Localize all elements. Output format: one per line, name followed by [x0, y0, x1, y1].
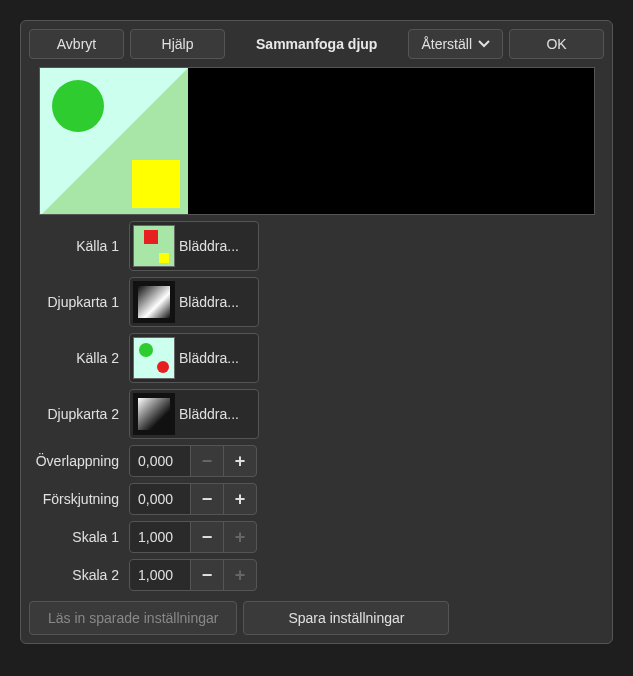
dialog: Avbryt Hjälp Sammanfoga djup Återställ O… [20, 20, 613, 644]
label-overlap: Överlappning [29, 453, 123, 469]
minus-icon: − [202, 451, 213, 472]
preview-area [39, 67, 595, 215]
offset-input[interactable] [129, 483, 191, 515]
scale2-plus-button[interactable]: + [223, 559, 257, 591]
row-scale2: Skala 2 − + [29, 559, 604, 591]
row-depth1: Djupkarta 1 Bläddra... [29, 277, 604, 327]
row-source2: Källa 2 Bläddra... [29, 333, 604, 383]
offset-plus-button[interactable]: + [223, 483, 257, 515]
row-depth2: Djupkarta 2 Bläddra... [29, 389, 604, 439]
load-settings-button[interactable]: Läs in sparade inställningar [29, 601, 237, 635]
depth1-browse-label: Bläddra... [179, 294, 239, 310]
row-source1: Källa 1 Bläddra... [29, 221, 604, 271]
plus-icon: + [235, 527, 246, 548]
cancel-button[interactable]: Avbryt [29, 29, 124, 59]
source1-browse[interactable]: Bläddra... [129, 221, 259, 271]
depth2-browse[interactable]: Bläddra... [129, 389, 259, 439]
help-button[interactable]: Hjälp [130, 29, 225, 59]
source2-browse[interactable]: Bläddra... [129, 333, 259, 383]
overlap-stepper: − + [129, 445, 257, 477]
plus-icon: + [235, 451, 246, 472]
label-depth1: Djupkarta 1 [29, 294, 123, 310]
depth2-browse-label: Bläddra... [179, 406, 239, 422]
preview-image [40, 68, 188, 215]
scale1-input[interactable] [129, 521, 191, 553]
source1-thumbnail [133, 225, 175, 267]
parameter-rows: Källa 1 Bläddra... Djupkarta 1 Bläddra..… [29, 221, 604, 635]
bottom-buttons: Läs in sparade inställningar Spara instä… [29, 601, 604, 635]
toolbar: Avbryt Hjälp Sammanfoga djup Återställ O… [29, 29, 604, 59]
label-source1: Källa 1 [29, 238, 123, 254]
depth1-thumbnail [133, 281, 175, 323]
row-overlap: Överlappning − + [29, 445, 604, 477]
row-offset: Förskjutning − + [29, 483, 604, 515]
scale1-minus-button[interactable]: − [190, 521, 224, 553]
label-source2: Källa 2 [29, 350, 123, 366]
scale2-minus-button[interactable]: − [190, 559, 224, 591]
depth2-thumbnail [133, 393, 175, 435]
scale1-stepper: − + [129, 521, 257, 553]
label-scale1: Skala 1 [29, 529, 123, 545]
plus-icon: + [235, 489, 246, 510]
ok-button[interactable]: OK [509, 29, 604, 59]
minus-icon: − [202, 527, 213, 548]
dialog-title: Sammanfoga djup [231, 36, 402, 52]
minus-icon: − [202, 489, 213, 510]
scale2-stepper: − + [129, 559, 257, 591]
overlap-minus-button[interactable]: − [190, 445, 224, 477]
source2-browse-label: Bläddra... [179, 350, 239, 366]
label-offset: Förskjutning [29, 491, 123, 507]
save-settings-button[interactable]: Spara inställningar [243, 601, 449, 635]
offset-minus-button[interactable]: − [190, 483, 224, 515]
label-depth2: Djupkarta 2 [29, 406, 123, 422]
depth1-browse[interactable]: Bläddra... [129, 277, 259, 327]
chevron-down-icon [478, 40, 490, 48]
minus-icon: − [202, 565, 213, 586]
overlap-input[interactable] [129, 445, 191, 477]
overlap-plus-button[interactable]: + [223, 445, 257, 477]
source2-thumbnail [133, 337, 175, 379]
reset-button[interactable]: Återställ [408, 29, 503, 59]
scale2-input[interactable] [129, 559, 191, 591]
row-scale1: Skala 1 − + [29, 521, 604, 553]
reset-label: Återställ [421, 36, 472, 52]
label-scale2: Skala 2 [29, 567, 123, 583]
offset-stepper: − + [129, 483, 257, 515]
scale1-plus-button[interactable]: + [223, 521, 257, 553]
plus-icon: + [235, 565, 246, 586]
source1-browse-label: Bläddra... [179, 238, 239, 254]
